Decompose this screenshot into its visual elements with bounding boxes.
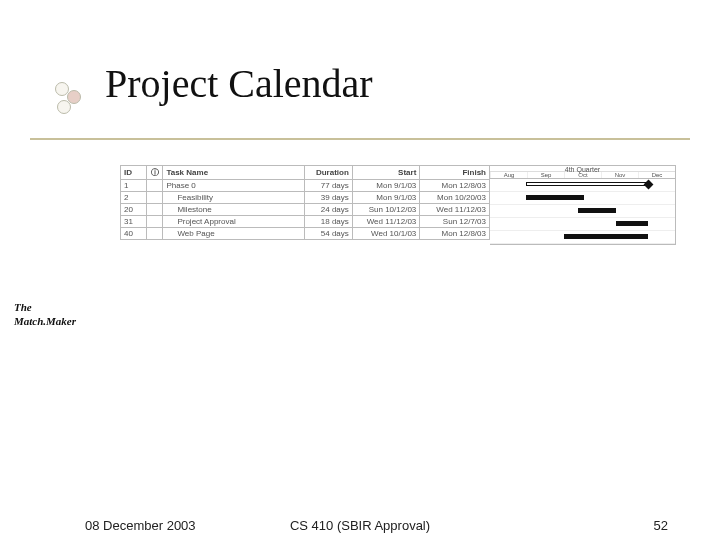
page-title: Project Calendar xyxy=(105,60,373,107)
table-row: 2 Feasibility 39 days Mon 9/1/03 Mon 10/… xyxy=(121,192,490,204)
gantt-header: 4th Quarter Aug Sep Oct Nov Dec xyxy=(490,166,675,179)
info-icon: ⓘ xyxy=(151,168,159,177)
gantt-task-bar xyxy=(526,195,584,200)
task-name: Milestone xyxy=(163,204,305,216)
task-table: ID ⓘ Task Name Duration Start Finish 1 P… xyxy=(120,165,490,240)
gantt-row xyxy=(490,231,675,244)
task-name: Web Page xyxy=(163,228,305,240)
diamond-icon xyxy=(644,180,654,190)
task-name: Phase 0 xyxy=(163,180,305,192)
table-row: 40 Web Page 54 days Wed 10/1/03 Mon 12/8… xyxy=(121,228,490,240)
col-info-icon: ⓘ xyxy=(147,166,163,180)
gantt-task-bar xyxy=(616,221,648,226)
gantt-row xyxy=(490,218,675,231)
table-row: 20 Milestone 24 days Sun 10/12/03 Wed 11… xyxy=(121,204,490,216)
footer-center: CS 410 (SBIR Approval) xyxy=(0,518,720,533)
title-underline xyxy=(30,138,690,140)
col-finish: Finish xyxy=(420,166,490,180)
task-name: Project Approval xyxy=(163,216,305,228)
table-header-row: ID ⓘ Task Name Duration Start Finish xyxy=(121,166,490,180)
footer-page: 52 xyxy=(654,518,668,533)
col-duration: Duration xyxy=(304,166,352,180)
col-task-name: Task Name xyxy=(163,166,305,180)
gantt-task-bar xyxy=(564,234,648,239)
side-brand-line1: The xyxy=(14,300,76,314)
schedule-block: ID ⓘ Task Name Duration Start Finish 1 P… xyxy=(120,165,678,245)
gantt-chart: 4th Quarter Aug Sep Oct Nov Dec xyxy=(490,165,676,245)
gantt-summary-bar xyxy=(526,182,648,186)
side-brand-line2: Match.Maker xyxy=(14,314,76,328)
gantt-row xyxy=(490,205,675,218)
gantt-row xyxy=(490,192,675,205)
col-id: ID xyxy=(121,166,147,180)
gantt-task-bar xyxy=(578,208,616,213)
table-row: 1 Phase 0 77 days Mon 9/1/03 Mon 12/8/03 xyxy=(121,180,490,192)
side-brand: The Match.Maker xyxy=(14,300,76,329)
gantt-months: Aug Sep Oct Nov Dec xyxy=(490,172,675,178)
task-name: Feasibility xyxy=(163,192,305,204)
title-bullet-graphic xyxy=(55,82,95,122)
gantt-body xyxy=(490,179,675,244)
col-start: Start xyxy=(352,166,419,180)
table-row: 31 Project Approval 18 days Wed 11/12/03… xyxy=(121,216,490,228)
gantt-row xyxy=(490,179,675,192)
